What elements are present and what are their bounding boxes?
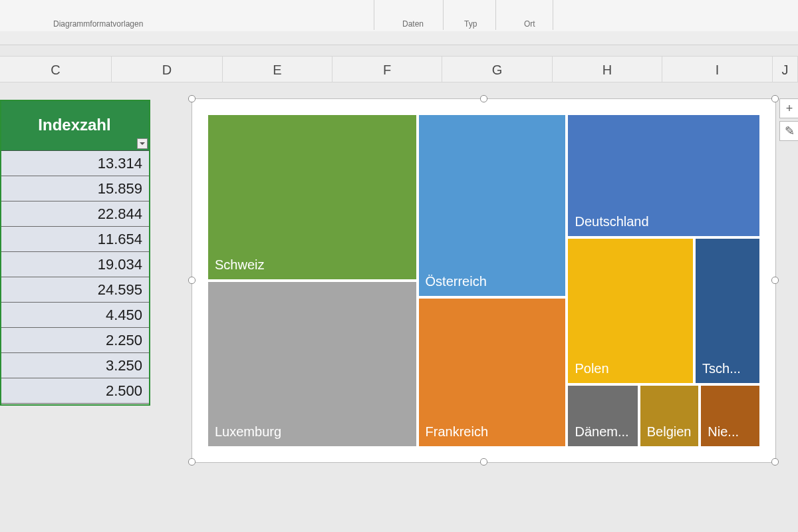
ribbon-group-area: Diagrammformatvorlagen Daten Typ Ort (0, 0, 798, 32)
ribbon-group-styles: Diagrammformatvorlagen (53, 19, 143, 29)
treemap-node-label: Belgien (647, 424, 692, 440)
ribbon-sep (374, 0, 374, 30)
ribbon-sep (443, 0, 444, 30)
brush-icon: ✎ (785, 124, 795, 138)
ribbon-group-data[interactable]: Daten (402, 19, 424, 29)
table-row[interactable]: 3.250 (0, 353, 149, 378)
chart-resize-handle[interactable] (480, 95, 487, 102)
treemap-node-label: Tsch... (702, 361, 741, 376)
table-row[interactable]: 15.859 (0, 176, 149, 201)
table-row[interactable]: 11.654 (0, 227, 149, 252)
column-header-C[interactable]: C (0, 56, 112, 82)
table-row[interactable]: 4.450 (0, 303, 149, 328)
treemap-chart[interactable]: SchweizLuxemburgÖsterreichFrankreichDeut… (192, 98, 776, 463)
treemap-node[interactable]: Dänem... (567, 384, 638, 448)
filter-dropdown-icon[interactable] (137, 138, 148, 149)
plus-icon: + (786, 102, 793, 116)
treemap-node[interactable]: Nie... (700, 384, 761, 448)
column-header-F[interactable]: F (332, 56, 442, 82)
column-header-G[interactable]: G (442, 56, 553, 82)
column-header-D[interactable]: D (112, 56, 223, 82)
table-header-label: Indexzahl (38, 116, 110, 134)
treemap-node-label: Schweiz (215, 257, 264, 273)
table-row[interactable]: 22.844 (0, 201, 149, 227)
ribbon-group-location[interactable]: Ort (524, 19, 535, 29)
treemap-node-label: Österreich (426, 274, 487, 289)
chart-add-element-button[interactable]: + (779, 98, 798, 118)
table-indexzahl[interactable]: Indexzahl 13.31415.85922.84411.65419.034… (0, 100, 149, 404)
formula-bar[interactable] (0, 31, 798, 45)
chart-resize-handle[interactable] (188, 458, 196, 466)
table-row[interactable]: 2.250 (0, 328, 149, 353)
table-row[interactable]: 24.595 (0, 277, 149, 303)
treemap-node[interactable]: Frankreich (418, 297, 567, 448)
column-header-I[interactable]: I (662, 56, 773, 82)
treemap-node[interactable]: Schweiz (207, 114, 418, 281)
chart-resize-handle[interactable] (771, 277, 779, 284)
column-header-H[interactable]: H (553, 56, 662, 82)
column-header-J[interactable]: J (773, 56, 798, 82)
treemap-plot-area: SchweizLuxemburgÖsterreichFrankreichDeut… (207, 114, 761, 448)
treemap-node-label: Nie... (708, 424, 739, 440)
treemap-node-label: Polen (575, 361, 608, 376)
chart-resize-handle[interactable] (771, 95, 779, 102)
treemap-node-label: Deutschland (575, 214, 648, 229)
table-row[interactable]: 13.314 (0, 151, 149, 176)
treemap-node-label: Luxemburg (215, 424, 281, 440)
treemap-node[interactable]: Deutschland (567, 114, 761, 237)
treemap-node-label: Dänem... (575, 424, 628, 440)
ribbon-sep (495, 0, 496, 30)
table-header-cell[interactable]: Indexzahl (0, 100, 149, 151)
chart-style-button[interactable]: ✎ (779, 121, 798, 141)
treemap-node[interactable]: Tsch... (694, 237, 761, 384)
ribbon-sep (553, 0, 553, 30)
treemap-node[interactable]: Österreich (418, 114, 567, 297)
treemap-node[interactable]: Luxemburg (207, 281, 418, 448)
treemap-node[interactable]: Belgien (639, 384, 700, 448)
table-row[interactable]: 2.500 (0, 378, 149, 404)
treemap-node-label: Frankreich (426, 424, 488, 440)
column-header-E[interactable]: E (223, 56, 332, 82)
chart-resize-handle[interactable] (771, 458, 779, 466)
treemap-node[interactable]: Polen (567, 237, 694, 384)
chart-resize-handle[interactable] (188, 95, 196, 102)
chart-resize-handle[interactable] (188, 277, 196, 284)
ribbon-group-type[interactable]: Typ (464, 19, 477, 29)
chart-resize-handle[interactable] (480, 458, 487, 466)
table-row[interactable]: 19.034 (0, 252, 149, 277)
